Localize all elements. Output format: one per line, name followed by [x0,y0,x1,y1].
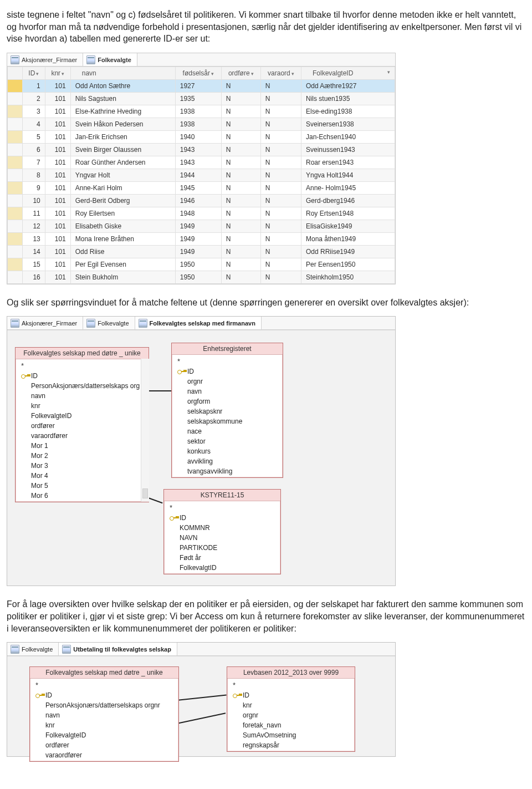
field-item[interactable]: avvikling [172,456,283,466]
table-row[interactable]: 11101Roy Eilertsen1948NNRoy Ertsen1948 [8,207,395,220]
cell[interactable]: N [260,143,301,156]
cell[interactable]: 101 [45,194,70,207]
cell[interactable]: 5 [23,130,45,143]
table-row[interactable]: 10101Gerd-Berit Odberg1946NNGerd-dberg19… [8,194,395,207]
cell[interactable]: N [221,220,260,232]
field-item[interactable]: Født år [164,553,280,563]
cell[interactable]: Jan-Echsen1940 [301,130,395,143]
field-item[interactable]: Mor 1 [16,441,149,451]
table-row[interactable]: 15101Per Egil Evensen1950NNPer Eensen195… [8,258,395,271]
cell[interactable]: N [260,271,301,283]
cell[interactable]: Jan-Erik Erichsen [70,130,175,143]
field-item[interactable]: Mor 4 [16,471,149,481]
cell[interactable]: 1944 [175,169,221,181]
field-item[interactable]: varaordfører [30,750,178,760]
tab-folkevalgtes-selskap-med-firmanavn[interactable]: Folkevalgtes selskap med firmanavn [135,317,262,329]
field-item[interactable]: regnskapsår [227,740,355,750]
row-selector[interactable] [8,105,23,118]
col-header[interactable]: ordføre▾ [221,67,260,79]
tab-aksjonarer-firmaer[interactable]: Aksjonærer_Firmaer [7,317,83,329]
cell[interactable]: 101 [45,181,70,194]
tab-utbetaling-folkevalgtes-selskap[interactable]: Utbetaling til folkevalgtes selskap [59,643,177,655]
field-item[interactable]: orgnr [227,710,355,720]
cell[interactable]: Svein Birger Olaussen [70,143,175,156]
cell[interactable]: 1945 [175,181,221,194]
table-row[interactable]: 2101Nils Sagstuen1935NNNils stuen1935 [8,92,395,105]
cell[interactable]: 1938 [175,105,221,118]
cell[interactable]: 3 [23,105,45,118]
row-selector[interactable] [8,118,23,130]
cell[interactable]: 12 [23,220,45,232]
cell[interactable]: 1927 [175,79,221,92]
field-item[interactable]: Mor 2 [16,451,149,461]
cell[interactable]: Sveinussen1943 [301,143,395,156]
cell[interactable]: Svein Håkon Pedersen [70,118,175,130]
cell[interactable]: Anne-Kari Holm [70,181,175,194]
field-item[interactable]: knr [227,700,355,710]
table-row[interactable]: 8101Yngvar Holt1944NNYngva Holt1944 [8,169,395,181]
row-selector[interactable] [8,194,23,207]
cell[interactable]: Odd RRiise1949 [301,245,395,258]
field-item[interactable]: FolkevalgtID [164,563,280,573]
field-item[interactable]: FolkevalgteID [16,411,149,421]
table-row[interactable]: 13101Mona Irene Bråthen1949NNMona åthen1… [8,232,395,245]
cell[interactable]: 101 [45,271,70,283]
row-selector[interactable] [8,156,23,169]
cell[interactable]: 1946 [175,194,221,207]
cell[interactable]: N [221,258,260,271]
cell[interactable]: Sveinersen1938 [301,118,395,130]
cell[interactable]: 10 [23,194,45,207]
cell[interactable]: N [221,156,260,169]
cell[interactable]: Per Egil Evensen [70,258,175,271]
cell[interactable]: N [221,143,260,156]
field-star[interactable]: * [227,680,355,690]
cell[interactable]: 1948 [175,207,221,220]
cell[interactable]: 101 [45,92,70,105]
tab-folkevalgte[interactable]: Folkevalgte [83,53,137,66]
cell[interactable]: 101 [45,169,70,181]
field-item[interactable]: nace [172,426,283,436]
field-item[interactable]: varaordfører [16,431,149,441]
designer-canvas[interactable]: Folkevalgtes selskap med døtre _ unike *… [7,656,395,756]
row-selector[interactable] [8,143,23,156]
table-row[interactable]: 4101Svein Håkon Pedersen1938NNSveinersen… [8,118,395,130]
cell[interactable]: Roar ersen1943 [301,156,395,169]
cell[interactable]: N [260,105,301,118]
cell[interactable]: 1949 [175,220,221,232]
tab-aksjonarer-firmaer[interactable]: Aksjonærer_Firmaer [7,53,83,66]
field-item[interactable]: tvangsavvikling [172,466,283,476]
cell[interactable]: 101 [45,118,70,130]
tab-folkevalgte[interactable]: Folkevalgte [7,643,59,655]
row-selector[interactable] [8,169,23,181]
cell[interactable]: N [221,181,260,194]
cell[interactable]: 14 [23,245,45,258]
tablebox-kstyre[interactable]: KSTYRE11-15 *IDKOMMNRNAVNPARTIKODEFødt å… [163,489,281,574]
field-star[interactable]: * [16,360,149,371]
cell[interactable]: 7 [23,156,45,169]
cell[interactable]: 101 [45,258,70,271]
cell[interactable]: 1943 [175,143,221,156]
cell[interactable]: 15 [23,258,45,271]
cell[interactable]: N [260,79,301,92]
row-selector[interactable] [8,245,23,258]
cell[interactable]: Else-eding1938 [301,105,395,118]
cell[interactable]: N [260,156,301,169]
field-item[interactable]: knr [30,720,178,730]
field-item[interactable]: KOMMNR [164,523,280,533]
cell[interactable]: Else-Kathrine Hveding [70,105,175,118]
cell[interactable]: N [260,169,301,181]
cell[interactable]: 1950 [175,271,221,283]
row-selector[interactable] [8,258,23,271]
cell[interactable]: 101 [45,130,70,143]
field-item[interactable]: SumAvOmsetning [227,730,355,740]
field-item[interactable]: ID [16,371,149,381]
cell[interactable]: 11 [23,207,45,220]
cell[interactable]: 101 [45,105,70,118]
cell[interactable]: 2 [23,92,45,105]
row-selector[interactable] [8,220,23,232]
cell[interactable]: Roy Eilertsen [70,207,175,220]
cell[interactable]: Yngvar Holt [70,169,175,181]
cell[interactable]: N [221,271,260,283]
cell[interactable]: 1935 [175,92,221,105]
cell[interactable]: 6 [23,143,45,156]
